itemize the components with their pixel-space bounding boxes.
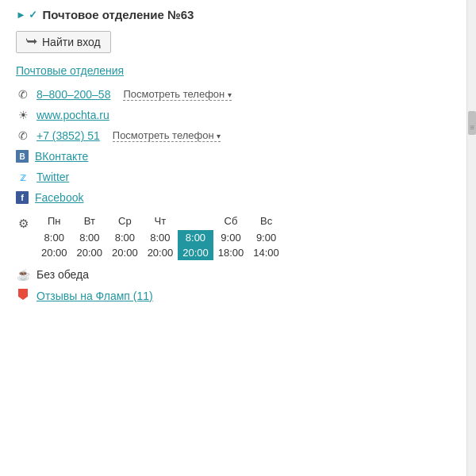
vkontakte-link[interactable]: ВКонтакте xyxy=(35,150,88,163)
scrollbar-lines-icon: ≡ xyxy=(468,123,476,132)
schedule-open-сб: 9:00 xyxy=(213,230,249,245)
flamp-flag-shape xyxy=(18,289,28,300)
schedule-close-чт: 20:00 xyxy=(143,245,178,260)
view-phone2-button[interactable]: Посмотреть телефон ▾ xyxy=(113,129,221,142)
schedule-close-row: 20:0020:0020:0020:0020:0018:0014:00 xyxy=(36,245,284,260)
schedule-close-ср: 20:00 xyxy=(107,245,143,260)
find-entrance-button[interactable]: ⮩ Найти вход xyxy=(16,31,111,53)
schedule-day-пн: Пн xyxy=(36,212,72,230)
flamp-link[interactable]: Отзывы на Фламп (11) xyxy=(36,290,153,302)
main-content: ► ✓ Почтовое отделение №63 ⮩ Найти вход … xyxy=(0,0,466,476)
page-title: ► ✓ Почтовое отделение №63 xyxy=(16,8,455,21)
phone1-icon: ✆ xyxy=(16,88,30,101)
view-phone2-arrow: ▾ xyxy=(217,132,221,140)
postal-offices-link[interactable]: Почтовые отделения xyxy=(16,64,455,77)
schedule-close-вт: 20:00 xyxy=(72,245,108,260)
view-phone1-label: Посмотреть телефон xyxy=(123,88,225,100)
schedule-day-сб: Сб xyxy=(213,212,249,230)
website-link[interactable]: www.pochta.ru xyxy=(36,109,109,121)
schedule-open-вт: 8:00 xyxy=(72,230,108,245)
schedule-open-пн: 8:00 xyxy=(36,230,72,245)
view-phone1-button[interactable]: Посмотреть телефон ▾ xyxy=(123,88,231,101)
schedule-close-пн: 20:00 xyxy=(36,245,72,260)
flamp-row: Отзывы на Фламп (11) xyxy=(16,289,455,302)
schedule-day-пт: Пт xyxy=(178,212,213,230)
title-icon: ► ✓ xyxy=(16,9,37,21)
facebook-row: f Facebook xyxy=(16,191,455,204)
phone1-row: ✆ 8–800–200–58 Посмотреть телефон ▾ xyxy=(16,88,455,101)
schedule-day-ср: Ср xyxy=(107,212,143,230)
view-phone1-arrow: ▾ xyxy=(228,90,232,99)
schedule-day-вт: Вт xyxy=(72,212,108,230)
schedule-row: ⚙ ПнВтСрЧтПтСбВс 8:008:008:008:008:009:0… xyxy=(16,212,455,260)
no-lunch-text: Без обеда xyxy=(36,268,89,281)
page-wrapper: ► ✓ Почтовое отделение №63 ⮩ Найти вход … xyxy=(0,0,476,476)
schedule-day-вс: Вс xyxy=(248,212,284,230)
website-row: ☀ www.pochta.ru xyxy=(16,109,455,121)
schedule-day-чт: Чт xyxy=(143,212,178,230)
phone2-icon: ✆ xyxy=(16,129,30,142)
phone1-link[interactable]: 8–800–200–58 xyxy=(36,88,110,101)
schedule-open-пт: 8:00 xyxy=(178,230,213,245)
coffee-icon: ☕ xyxy=(16,268,30,281)
schedule-open-ср: 8:00 xyxy=(107,230,143,245)
no-lunch-row: ☕ Без обеда xyxy=(16,268,455,281)
twitter-row: 𝕫 Twitter xyxy=(16,171,455,183)
view-phone2-label: Посмотреть телефон xyxy=(113,129,214,141)
schedule-close-пт: 20:00 xyxy=(178,245,213,260)
scrollbar[interactable]: ≡ xyxy=(466,0,476,476)
twitter-icon: 𝕫 xyxy=(16,171,30,183)
globe-icon: ☀ xyxy=(16,109,30,121)
vkontakte-row: B ВКонтакте xyxy=(16,150,455,163)
schedule-table: ПнВтСрЧтПтСбВс 8:008:008:008:008:009:009… xyxy=(36,212,284,260)
vk-icon: B xyxy=(16,150,29,163)
twitter-link[interactable]: Twitter xyxy=(36,171,69,183)
schedule-open-вс: 9:00 xyxy=(248,230,284,245)
schedule-close-сб: 18:00 xyxy=(213,245,249,260)
schedule-close-вс: 14:00 xyxy=(248,245,284,260)
phone2-link[interactable]: +7 (3852) 51 xyxy=(36,129,100,142)
find-entrance-label: Найти вход xyxy=(42,36,101,48)
phone2-row: ✆ +7 (3852) 51 Посмотреть телефон ▾ xyxy=(16,129,455,142)
schedule-open-чт: 8:00 xyxy=(143,230,178,245)
title-text: Почтовое отделение №63 xyxy=(42,8,194,21)
schedule-open-row: 8:008:008:008:008:009:009:00 xyxy=(36,230,284,245)
schedule-days-row: ПнВтСрЧтПтСбВс xyxy=(36,212,284,230)
facebook-icon: f xyxy=(16,191,29,204)
schedule-icon: ⚙ xyxy=(16,212,30,231)
flamp-icon xyxy=(16,289,30,302)
entrance-arrow-icon: ⮩ xyxy=(26,36,37,48)
facebook-link[interactable]: Facebook xyxy=(35,191,83,204)
